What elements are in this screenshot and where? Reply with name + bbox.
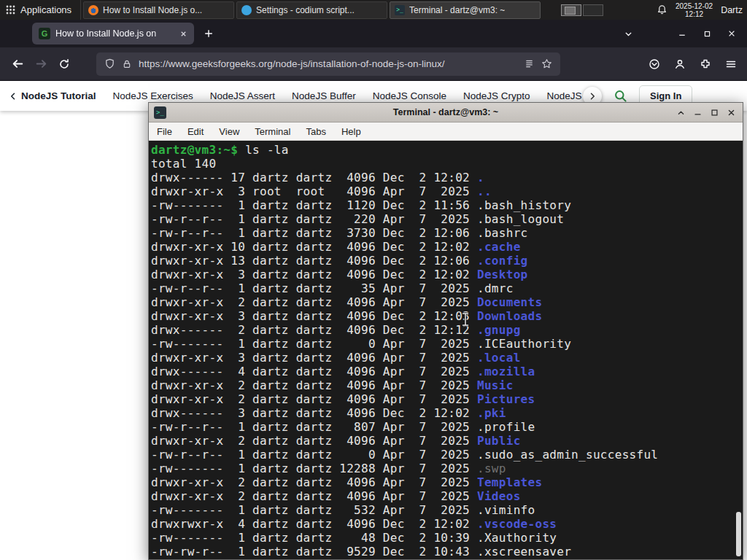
terminal-line: -rw------- 1 dartz dartz 532 Apr 7 2025 … — [151, 503, 743, 517]
terminal-line: total 140 — [151, 157, 743, 171]
applications-menu-button[interactable]: Applications — [0, 0, 81, 20]
file-name: .bash_logout — [477, 212, 564, 226]
menu-file[interactable]: File — [157, 126, 172, 137]
bell-icon[interactable] — [657, 4, 667, 15]
directory-name: .vscode-oss — [477, 517, 557, 531]
file-attributes: -rw------- 1 dartz dartz 48 Dec 2 10:39 — [151, 531, 477, 545]
taskbar-window-label: Settings - codium script... — [256, 5, 355, 15]
terminal-line: drwxr-xr-x 2 dartz dartz 4096 Apr 7 2025… — [151, 489, 743, 503]
site-nav-item[interactable]: NodeJS Buffer — [292, 90, 356, 101]
directory-name: .gnupg — [477, 323, 521, 337]
file-attributes: drwxr-xr-x 13 dartz dartz 4096 Dec 2 12:… — [151, 254, 477, 268]
file-attributes: drwxr-xr-x 3 dartz dartz 4096 Apr 7 2025 — [151, 351, 477, 365]
minimize-window-icon[interactable] — [670, 23, 694, 44]
clock-date: 2025-12-02 — [676, 2, 713, 10]
file-attributes: -rw-r--r-- 1 dartz dartz 0 Apr 7 2025 — [151, 448, 477, 462]
menu-edit[interactable]: Edit — [187, 126, 204, 137]
taskbar-window-codium[interactable]: Settings - codium script... — [236, 1, 387, 19]
directory-name: Documents — [477, 295, 542, 309]
terminal-line: drwx------ 17 dartz dartz 4096 Dec 2 12:… — [151, 171, 743, 184]
menu-icon[interactable] — [719, 52, 743, 76]
terminal-line: -rw------- 1 dartz dartz 48 Dec 2 10:39 … — [151, 531, 743, 545]
menu-help[interactable]: Help — [341, 126, 361, 137]
shade-window-icon[interactable] — [675, 106, 686, 118]
directory-name: Templates — [477, 475, 542, 489]
terminal-window-title: Terminal - dartz@vm3: ~ — [149, 107, 743, 117]
reader-mode-icon[interactable] — [524, 58, 535, 69]
directory-name: Desktop — [477, 268, 528, 281]
forward-icon[interactable] — [29, 52, 53, 76]
reload-icon[interactable] — [53, 52, 76, 76]
terminal-titlebar[interactable]: >_ Terminal - dartz@vm3: ~ — [149, 103, 743, 122]
url-bar[interactable]: https://www.geeksforgeeks.org/node-js/in… — [96, 52, 560, 76]
workspace-2[interactable] — [583, 4, 603, 16]
chevron-left-icon[interactable] — [9, 92, 18, 101]
workspace-switcher — [561, 4, 603, 16]
shield-icon[interactable] — [104, 58, 115, 69]
tab-title: How to Install Node.js on — [55, 28, 174, 39]
toolbar-right-icons — [643, 52, 747, 76]
terminal-line: drwxr-xr-x 13 dartz dartz 4096 Dec 2 12:… — [151, 254, 743, 268]
new-tab-button[interactable] — [204, 28, 214, 39]
site-nav-item[interactable]: NodeJS Assert — [210, 90, 275, 101]
site-nav-item[interactable]: NodeJS Exercises — [113, 90, 193, 101]
directory-name: .config — [477, 254, 528, 268]
site-nav-item-tutorial[interactable]: NodeJS Tutorial — [9, 90, 96, 101]
directory-name: .. — [477, 184, 492, 198]
terminal-screen[interactable]: dartz@vm3:~$ ls -la total 140 drwx------… — [149, 141, 743, 559]
menu-terminal[interactable]: Terminal — [255, 126, 290, 137]
terminal-line: -rw-r--r-- 1 dartz dartz 220 Apr 7 2025 … — [151, 212, 743, 226]
browser-tab-bar: G How to Install Node.js on — [0, 20, 747, 47]
file-attributes: drwxr-xr-x 10 dartz dartz 4096 Dec 2 12:… — [151, 240, 477, 254]
taskbar-window-firefox[interactable]: How to Install Node.js o... — [83, 1, 234, 19]
account-icon[interactable] — [668, 52, 692, 76]
file-attributes: drwx------ 3 dartz dartz 4096 Dec 2 12:0… — [151, 406, 477, 420]
desktop: Applications How to Install Node.js o...… — [0, 0, 747, 560]
maximize-window-icon[interactable] — [694, 23, 719, 44]
list-all-tabs-icon[interactable] — [616, 23, 640, 44]
menu-view[interactable]: View — [219, 126, 239, 137]
codium-icon — [241, 5, 252, 15]
terminal-line: drwxr-xr-x 3 root root 4096 Apr 7 2025 .… — [151, 184, 743, 198]
taskbar-status-area: 2025-12-02 12:12 Dartz — [657, 2, 747, 18]
extensions-icon[interactable] — [694, 52, 717, 76]
back-icon[interactable] — [6, 52, 29, 76]
file-attributes: drwxr-xr-x 3 dartz dartz 4096 Dec 2 12:0… — [151, 268, 477, 281]
close-window-icon[interactable] — [725, 106, 737, 118]
file-attributes: drwxr-xr-x 2 dartz dartz 4096 Apr 7 2025 — [151, 475, 477, 489]
tab-close-icon[interactable] — [179, 30, 187, 38]
terminal-line: -rw-r--r-- 1 dartz dartz 0 Apr 7 2025 .s… — [151, 448, 743, 462]
terminal-scrollbar-thumb[interactable] — [736, 512, 741, 556]
file-attributes: -rw-r--r-- 1 dartz dartz 807 Apr 7 2025 — [151, 420, 477, 434]
user-label: Dartz — [721, 5, 743, 15]
taskbar-window-terminal[interactable]: >_ Terminal - dartz@vm3: ~ — [390, 1, 541, 19]
maximize-window-icon[interactable] — [708, 106, 720, 118]
menu-tabs[interactable]: Tabs — [306, 126, 325, 137]
pocket-icon[interactable] — [643, 52, 666, 76]
close-window-icon[interactable] — [719, 23, 744, 44]
terminal-line: -rw------- 1 dartz dartz 0 Apr 7 2025 .I… — [151, 337, 743, 351]
firefox-icon — [88, 5, 98, 15]
site-nav-item[interactable]: NodeJS Console — [373, 90, 446, 101]
bookmark-star-icon[interactable] — [541, 58, 552, 69]
minimize-window-icon[interactable] — [692, 106, 703, 118]
file-attributes: drwx------ 17 dartz dartz 4096 Dec 2 12:… — [151, 171, 477, 184]
site-nav-label: NodeJS Tutorial — [21, 90, 96, 101]
terminal-line: -rw-rw-r-- 1 dartz dartz 9529 Dec 2 10:4… — [151, 545, 743, 559]
directory-name: Downloads — [477, 309, 542, 323]
taskbar-window-label: How to Install Node.js o... — [103, 5, 202, 15]
file-name: .xscreensaver — [477, 545, 571, 559]
file-attributes: drwxr-xr-x 2 dartz dartz 4096 Apr 7 2025 — [151, 378, 477, 392]
url-text[interactable]: https://www.geeksforgeeks.org/node-js/in… — [139, 58, 517, 69]
lock-icon[interactable] — [122, 59, 132, 69]
file-attributes: drwxr-xr-x 3 root root 4096 Apr 7 2025 — [151, 184, 477, 198]
file-attributes: drwxr-xr-x 2 dartz dartz 4096 Apr 7 2025 — [151, 392, 477, 406]
search-icon[interactable] — [614, 89, 627, 103]
site-nav-item[interactable]: NodeJS Crypto — [463, 90, 530, 101]
terminal-line: drwx------ 4 dartz dartz 4096 Apr 7 2025… — [151, 365, 743, 378]
directory-name: Music — [477, 378, 514, 392]
file-attributes: -rw-rw-r-- 1 dartz dartz 9529 Dec 2 10:4… — [151, 545, 477, 559]
workspace-1[interactable] — [561, 4, 581, 16]
browser-tab[interactable]: G How to Install Node.js on — [32, 23, 194, 44]
file-attributes: -rw-r--r-- 1 dartz dartz 220 Apr 7 2025 — [151, 212, 477, 226]
